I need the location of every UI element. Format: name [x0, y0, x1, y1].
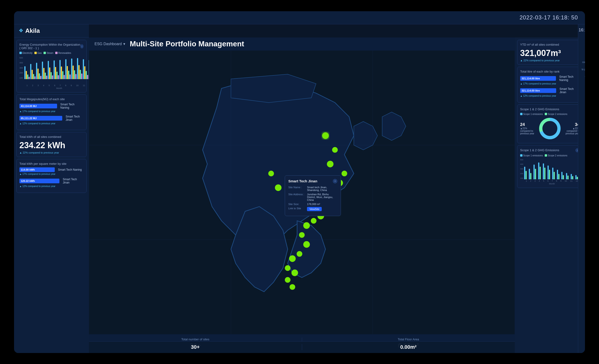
steam-dot — [44, 52, 46, 54]
bar-group-5 — [48, 61, 53, 79]
ghg-bar-g6 — [547, 166, 552, 179]
ghg-donut-card: Scope 1 & 2 GHG Emissions Scope 1 emissi… — [517, 104, 583, 143]
svg-point-16 — [299, 232, 305, 238]
litre-site1-fill: 321,114.00 litre — [520, 76, 556, 81]
partial-compared1: compared — [582, 61, 585, 63]
partial-to-prev1: to previous — [582, 68, 585, 71]
mj-site2-fill: 65,111.22 MJ — [19, 116, 62, 121]
legend-scope2: Scope 2 emissions — [545, 113, 567, 115]
ghg-bar-legend: Scope 1 emissions Scope 2 emissions — [520, 154, 580, 157]
bottom-strip: 30+ 0.00m² — [89, 341, 515, 353]
energy-xaxis: 123 456 789 101112 — [24, 84, 89, 87]
bar-group-10 — [77, 58, 82, 79]
map-background: Smart Tech Jinan × Site Name : Smart tec… — [89, 51, 515, 334]
ghg-donut-legend: Scope 1 emissions Scope 2 emissions — [520, 113, 580, 115]
svg-point-22 — [285, 277, 290, 283]
ghg-yaxis: 500 400 300 200 100 — [520, 158, 523, 179]
total-kwh-card: Total kWh of all sites combined 234.22 k… — [16, 132, 87, 157]
scope1-change: ▲21% compared to previous year — [520, 127, 536, 135]
mj-site1-change: ▲ 17% compared to previous year — [19, 110, 84, 113]
logobar: ❖ Akila — [14, 24, 89, 37]
ghg-bar-g1 — [524, 167, 528, 179]
svg-point-20 — [285, 265, 290, 271]
svg-point-15 — [303, 222, 310, 229]
sqm-site1-change: ▲ 17% compared to previous year — [19, 173, 84, 175]
dashboard-dropdown[interactable]: ESG Dashboard ▾ — [95, 42, 125, 46]
svg-point-25 — [268, 171, 274, 176]
bar-group-9 — [71, 59, 77, 79]
litre-site2-change: ▲ 12% compared to previous year — [520, 95, 580, 97]
ghg-bars — [524, 158, 580, 179]
total-litre-card: Total litre of each site by rank 321,114… — [517, 67, 583, 103]
svg-point-24 — [275, 184, 282, 191]
legend-gas: Gas — [34, 52, 42, 54]
gas-dot — [34, 52, 37, 54]
datetime: 2022-03-17 16:18: 50 — [520, 14, 578, 21]
energy-info-btn[interactable]: i — [80, 44, 84, 48]
bottom-stat1: 30+ — [89, 344, 302, 350]
ghg-donut-title: Scope 1 & 2 GHG Emissions — [520, 107, 580, 111]
ghg-xaxis: 123 456 789 101112 — [524, 180, 580, 182]
right-panel: YTD m³ of all sites combined 321,007m³ ▲… — [515, 37, 585, 353]
litre-site-1: 321,114.00 litre Smart Tech Naning ▲ 17%… — [520, 75, 580, 85]
popup-title: Smart Tech Jinan — [288, 179, 317, 183]
ghg-bar-g5 — [543, 163, 547, 179]
ghg-bar-g7 — [552, 168, 556, 179]
ytd-water-change: ▲ 22% compared to previous year — [520, 59, 580, 62]
map-stat-sites-label: Total number of sites — [89, 337, 302, 341]
litre-site2-fill: 321,114.00 litre — [520, 88, 556, 93]
svg-point-5 — [322, 132, 329, 139]
mj-site-2: 65,111.22 MJ Smart Tech Jinan ▲ 12% comp… — [19, 115, 84, 125]
bar-group-8 — [65, 59, 71, 79]
ghg-bar-g9 — [561, 172, 565, 179]
bar-group-3 — [36, 63, 41, 79]
ytd-water-value: 321,007m³ — [520, 48, 580, 58]
legend-electricity: Electricity — [19, 52, 33, 54]
logo-icon: ❖ — [19, 28, 23, 34]
main-layout: Energy Consumption Within the Organizati… — [14, 37, 585, 353]
legend-ghg-scope1: Scope 1 emissions — [520, 154, 543, 157]
kwh-change: ▲ 22% compared to previous year — [19, 151, 84, 154]
svg-point-21 — [291, 269, 298, 276]
ghg-bar-g4 — [538, 162, 542, 179]
sqm-site1-fill: 114.00 kWh — [19, 167, 55, 172]
svg-point-14 — [311, 218, 316, 223]
total-kwh-title: Total kWh of all sites combined — [19, 135, 84, 139]
ytd-water-card: YTD m³ of all sites combined 321,007m³ ▲… — [517, 40, 583, 65]
total-mj-card: Total Megajoules(MJ) of each site 43,114… — [16, 94, 87, 130]
popup-close-btn[interactable]: × — [333, 179, 337, 184]
legend-renewables: Renewables — [55, 52, 71, 54]
total-mj-title: Total Megajoules(MJ) of each site — [19, 97, 84, 101]
legend-scope1: Scope 1 emissions — [520, 113, 543, 115]
scope2-value: 34 — [564, 122, 580, 127]
svg-point-7 — [327, 160, 334, 167]
energy-chart — [24, 56, 89, 84]
svg-point-8 — [342, 171, 347, 176]
mj-site2-change: ▲ 12% compared to previous year — [19, 122, 84, 125]
map-area: ESG Dashboard ▾ Multi-Site Portfolio Man… — [89, 37, 515, 353]
map-header: ESG Dashboard ▾ Multi-Site Portfolio Man… — [89, 37, 515, 51]
view-site-link[interactable]: ViewSite — [307, 207, 322, 211]
svg-point-6 — [332, 147, 338, 153]
popup-row-link: Link to Site ViewSite — [288, 207, 337, 211]
popup-header: Smart Tech Jinan × — [288, 179, 337, 184]
electricity-dot — [19, 52, 22, 54]
partial-year1: year) — [585, 75, 585, 78]
main-screen: 2022-03-17 16:18: 50 ❖ Akila Energy Cons… — [14, 11, 585, 353]
scope1-label-area: 24 ▲21% compared to previous year — [520, 122, 536, 135]
svg-point-23 — [290, 284, 295, 290]
map-stat-floor-label: Total Floor Area — [302, 337, 515, 341]
kwh-sqm-site-1: 114.00 kWh Smart Tech Naning ▲ 17% compa… — [19, 167, 84, 175]
second-screen-partial: 16:18: 50 Naning Jinan compared to previ… — [578, 11, 585, 353]
ghg-bar-card: Scope 1 & 2 GHG Emissions i Scope 1 emis… — [517, 145, 583, 188]
ghg-bar-g8 — [557, 170, 561, 179]
bar-group-7 — [59, 60, 65, 79]
ghg-chart-area: 123 456 789 101112 Month — [524, 158, 580, 185]
logo-text: Akila — [25, 27, 40, 35]
bar-group-1 — [24, 66, 30, 79]
donut-chart-svg — [538, 117, 562, 140]
kwh-sqm-title: Total kWh per square meter by site — [19, 162, 84, 166]
bar-group-6 — [53, 60, 59, 79]
energy-consumption-card: Energy Consumption Within the Organizati… — [16, 40, 87, 92]
litre-site1-change: ▲ 17% compared to previous year — [520, 82, 580, 85]
